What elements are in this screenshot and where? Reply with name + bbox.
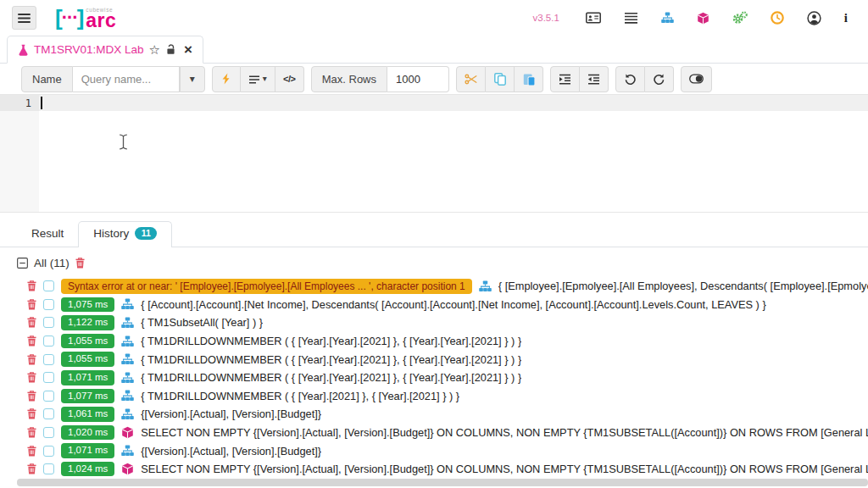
history-group-label: All (11) — [34, 257, 70, 269]
tab-tm1srv01-mdx-lab[interactable]: TM1SRV01:MDX Lab ☆ × — [7, 36, 203, 64]
delete-row-icon[interactable] — [27, 408, 36, 419]
line-number: 1 — [0, 95, 39, 111]
history-row[interactable]: 1,122 ms { TM1SubsetAll( [Year] ) } — [17, 313, 868, 332]
query-text[interactable]: SELECT NON EMPTY {[Version].[Actual], [V… — [141, 463, 868, 475]
row-checkbox[interactable] — [43, 463, 54, 474]
row-checkbox[interactable] — [43, 354, 54, 365]
delete-row-icon[interactable] — [27, 391, 36, 402]
row-status-badge: Syntax error at or near: ' [Employee].[E… — [61, 279, 472, 294]
row-checkbox[interactable] — [43, 446, 54, 457]
row-checkbox[interactable] — [43, 299, 54, 310]
tab-history[interactable]: History 11 — [78, 221, 172, 248]
delete-row-icon[interactable] — [27, 372, 36, 383]
delete-row-icon[interactable] — [27, 446, 36, 457]
delete-row-icon[interactable] — [27, 336, 36, 347]
query-text[interactable]: { [Employee].[Epmolyee].[All Employees],… — [498, 280, 868, 292]
history-row[interactable]: 1,055 ms { TM1DRILLDOWNMEMBER ( { [Year]… — [17, 350, 868, 369]
outdent-button[interactable] — [580, 66, 609, 92]
unlock-icon[interactable] — [165, 44, 176, 55]
tab-result[interactable]: Result — [17, 222, 78, 247]
redo-button[interactable] — [645, 66, 674, 92]
editor-code-area[interactable] — [39, 95, 868, 212]
query-text[interactable]: {[Version].[Actual], [Version].[Budget]} — [141, 445, 321, 458]
copy-button[interactable] — [486, 66, 515, 92]
query-name-input[interactable] — [73, 66, 180, 92]
query-text[interactable]: { TM1DRILLDOWNMEMBER ( { [Year].[Year].[… — [141, 371, 521, 384]
history-row[interactable]: 1,071 ms { TM1DRILLDOWNMEMBER ( { [Year]… — [17, 369, 868, 387]
user-icon[interactable] — [807, 11, 821, 25]
logo-dots: ··· — [62, 10, 78, 26]
delete-row-icon[interactable] — [27, 354, 36, 365]
history-row[interactable]: 1,024 ms SELECT NON EMPTY {[Version].[Ac… — [17, 460, 868, 479]
paste-button[interactable] — [515, 66, 543, 92]
execute-button[interactable] — [212, 66, 241, 92]
history-row[interactable]: 1,071 ms {[Version].[Actual], [Version].… — [17, 441, 868, 460]
query-text[interactable]: { TM1DRILLDOWNMEMBER ( { [Year].[2021] }… — [141, 390, 459, 402]
history-row[interactable]: 1,075 ms { [Account].[Account].[Net Inco… — [17, 296, 868, 314]
horizontal-scrollbar[interactable] — [17, 479, 868, 486]
header-right-section: v3.5.1 i — [533, 11, 849, 25]
row-status-badge: 1,061 ms — [61, 407, 114, 422]
cube-icon[interactable] — [697, 12, 709, 25]
query-name-group: Name ▾ — [21, 66, 205, 92]
logo-arc-text: arc — [86, 13, 116, 29]
format-button[interactable]: ▾ — [241, 66, 275, 92]
query-text[interactable]: { TM1DRILLDOWNMEMBER ( { [Year].[Year].[… — [141, 353, 521, 366]
query-text[interactable]: {[Version].[Actual], [Version].[Budget]} — [141, 408, 321, 420]
toggle-group — [681, 66, 712, 92]
row-checkbox[interactable] — [43, 317, 54, 328]
query-text[interactable]: SELECT NON EMPTY {[Version].[Actual], [V… — [141, 426, 868, 439]
query-text[interactable]: { [Account].[Account].[Net Income], Desc… — [141, 298, 765, 311]
history-group-header: All (11) — [17, 255, 868, 271]
max-rows-input[interactable] — [387, 66, 449, 92]
star-icon[interactable]: ☆ — [149, 43, 160, 56]
row-status-badge: 1,024 ms — [61, 462, 114, 477]
code-view-button[interactable]: </> — [275, 66, 304, 92]
history-row[interactable]: 1,061 ms {[Version].[Actual], [Version].… — [17, 405, 868, 424]
row-checkbox[interactable] — [43, 372, 54, 383]
history-panel: All (11) Syntax error at or near: ' [Emp… — [0, 247, 868, 479]
sitemap-icon[interactable] — [661, 12, 674, 24]
delete-row-icon[interactable] — [27, 299, 36, 310]
bolt-icon — [221, 73, 231, 85]
document-tabstrip: TM1SRV01:MDX Lab ☆ × — [0, 36, 868, 64]
sitemap-icon — [121, 336, 134, 347]
doc-tab-title: TM1SRV01:MDX Lab — [34, 43, 144, 56]
collapse-group-icon[interactable] — [17, 258, 28, 269]
sitemap-icon — [121, 298, 134, 310]
row-checkbox[interactable] — [43, 391, 54, 402]
menu-button[interactable] — [12, 6, 36, 30]
row-status-badge: 1,020 ms — [61, 425, 114, 441]
hamburger-icon — [18, 13, 31, 24]
caret-down-icon: ▾ — [190, 74, 195, 84]
history-row[interactable]: 1,055 ms { TM1DRILLDOWNMEMBER ( { [Year]… — [17, 332, 868, 351]
delete-row-icon[interactable] — [27, 427, 36, 438]
history-row[interactable]: 1,020 ms SELECT NON EMPTY {[Version].[Ac… — [17, 424, 868, 442]
query-text[interactable]: { TM1SubsetAll( [Year] ) } — [141, 316, 263, 329]
clock-icon[interactable] — [771, 11, 784, 25]
row-checkbox[interactable] — [43, 336, 54, 347]
list-icon[interactable] — [624, 12, 638, 25]
delete-row-icon[interactable] — [27, 317, 36, 328]
cut-button[interactable] — [456, 66, 486, 92]
delete-all-icon[interactable] — [75, 258, 85, 269]
row-checkbox[interactable] — [43, 427, 54, 438]
close-tab-icon[interactable]: × — [184, 42, 192, 57]
info-icon[interactable]: i — [844, 12, 848, 25]
delete-row-icon[interactable] — [27, 280, 36, 291]
mdx-editor[interactable]: 1 — [0, 94, 868, 213]
history-row[interactable]: Syntax error at or near: ' [Employee].[E… — [17, 277, 868, 296]
row-checkbox[interactable] — [43, 408, 54, 419]
editor-active-line — [39, 95, 868, 111]
execute-format-group: ▾</> — [212, 66, 304, 92]
indent-button[interactable] — [550, 66, 580, 92]
undo-button[interactable] — [615, 66, 645, 92]
gears-icon[interactable] — [732, 11, 748, 25]
query-text[interactable]: { TM1DRILLDOWNMEMBER ( { [Year].[Year].[… — [141, 335, 521, 347]
history-row[interactable]: 1,077 ms { TM1DRILLDOWNMEMBER ( { [Year]… — [17, 387, 868, 406]
query-name-dropdown-button[interactable]: ▾ — [180, 66, 205, 92]
id-card-icon[interactable] — [586, 11, 601, 25]
theme-toggle-button[interactable] — [681, 66, 712, 92]
row-checkbox[interactable] — [43, 280, 54, 291]
delete-row-icon[interactable] — [27, 463, 36, 474]
